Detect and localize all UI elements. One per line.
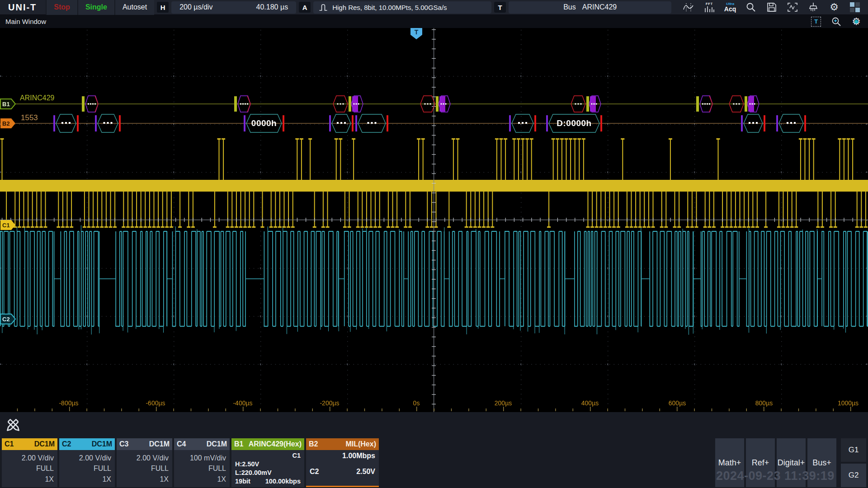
time-axis-label: -800µs (59, 399, 78, 407)
channel-card-c4[interactable]: C4 DC1M 100 mV/div FULL 1X (174, 438, 230, 487)
top-toolbar: UNI-T Stop Single Autoset H 200 µs/div 4… (0, 0, 868, 15)
bus-rate: 1.00Mbps (310, 452, 375, 460)
autoset-button[interactable]: Autoset (114, 0, 154, 15)
time-axis-label: 200µs (495, 399, 512, 407)
bus-source: C1 (235, 452, 301, 459)
toolbar-icon-strip: FFT Ultra Acq (678, 0, 868, 15)
time-axis-label: -600µs (146, 399, 165, 407)
trigger-type-label: Bus (563, 3, 576, 11)
ultra-acquire-icon[interactable]: Ultra Acq (720, 0, 741, 15)
run-stop-button[interactable]: Stop (46, 0, 77, 15)
bus1-protocol-label: ARINC429 (20, 94, 54, 102)
channel-id: C2 (62, 440, 71, 448)
coupling: DC1M (207, 440, 227, 448)
horizontal-settings-panel[interactable]: 200 µs/div 40.180 µs (171, 1, 296, 14)
tools-crossed-pencils-icon[interactable] (5, 417, 22, 434)
bandwidth: FULL (5, 465, 54, 473)
brand-logo: UNI-T (0, 2, 46, 13)
channel-id: C3 (119, 440, 128, 448)
bus-protocol: ARINC429(Hex) (249, 440, 302, 448)
window-title-bar: Main Window T ⚙ (0, 15, 868, 28)
measure-icon[interactable] (678, 0, 699, 15)
bus-rate: 100.00kbps (265, 478, 301, 485)
bus1-tag[interactable]: B1 (0, 99, 16, 109)
pulse-icon (319, 4, 328, 11)
bandwidth: FULL (63, 465, 111, 473)
window-tools: T ⚙ (811, 16, 868, 27)
channel-id: C4 (177, 440, 186, 448)
bus-add-button[interactable]: Bus+ (807, 438, 836, 487)
channel2-tag[interactable]: C2 (0, 314, 16, 324)
coupling: DC1M (34, 440, 55, 448)
bus-card-b1[interactable]: B1 ARINC429(Hex) C1 H:2.50V L:220.00mV 1… (231, 438, 304, 487)
fft-icon[interactable]: FFT (699, 0, 720, 15)
oscilloscope-screen: UNI-T Stop Single Autoset H 200 µs/div 4… (0, 0, 868, 488)
cleanup-brush-icon[interactable] (803, 0, 824, 15)
probe: 1X (120, 475, 169, 483)
channel1-tag[interactable]: C1 (0, 220, 16, 230)
svg-text:B1: B1 (2, 101, 10, 108)
bus-card-b2[interactable]: B2 MIL(Hex) 1.00Mbps C2 2.50V (306, 438, 379, 487)
bus2-decoded-value: D:0000h (557, 118, 591, 128)
waveform-canvas[interactable] (0, 28, 868, 412)
bus-id: B1 (234, 440, 243, 448)
bus-low-threshold: L:220.00mV (235, 469, 301, 476)
settings-gear-icon[interactable]: ⚙ (824, 0, 844, 15)
svg-text:B2: B2 (2, 120, 10, 127)
time-axis-label: 0s (413, 399, 420, 407)
scale: 2.00 V/div (63, 454, 111, 462)
group-buttons: G1 G2 (841, 438, 866, 487)
bus2-tag[interactable]: B2 (0, 118, 16, 129)
scale: 100 mV/div (178, 454, 226, 462)
single-button[interactable]: Single (77, 0, 114, 15)
bus-id: B2 (309, 440, 318, 448)
bus2-decoded-value: 0000h (251, 118, 277, 128)
bandwidth: FULL (120, 465, 169, 473)
svg-text:C1: C1 (2, 222, 10, 229)
math-add-button[interactable]: Math+ (715, 438, 744, 487)
bus-high-threshold: H:2.50V (235, 460, 301, 468)
group2-button[interactable]: G2 (841, 464, 866, 487)
acquire-menu-button[interactable]: A (299, 2, 311, 13)
channel-id: C1 (5, 440, 14, 448)
probe: 1X (178, 475, 226, 483)
channel-cards: C1 DC1M 2.00 V/div FULL 1X C2 DC1M 2.00 … (2, 438, 379, 487)
waveform-display: T B1 B2 C1 C2 ARINC429 1553 0000hD:0000h… (0, 28, 868, 412)
search-icon[interactable] (741, 0, 761, 15)
group1-button[interactable]: G1 (841, 438, 866, 462)
horizontal-menu-button[interactable]: H (157, 2, 169, 13)
channel-card-c1[interactable]: C1 DC1M 2.00 V/div FULL 1X (2, 438, 57, 487)
channel-card-c3[interactable]: C3 DC1M 2.00 V/div FULL 1X (117, 438, 172, 487)
text-annotation-icon[interactable]: T (811, 17, 821, 27)
bandwidth: FULL (178, 465, 226, 473)
time-axis-label: 400µs (581, 399, 599, 407)
trigger-menu-button[interactable]: T (494, 2, 506, 13)
probe: 1X (5, 475, 54, 483)
trigger-settings-panel[interactable]: Bus ARINC429 (509, 1, 671, 14)
acquire-info: High Res, 8bit, 10.00MPts, 5.00GSa/s (332, 4, 447, 11)
channel-card-c2[interactable]: C2 DC1M 2.00 V/div FULL 1X (59, 438, 115, 487)
digital-add-button[interactable]: Digital+ (777, 438, 806, 487)
timebase-delay: 40.180 µs (256, 3, 288, 11)
probe: 1X (63, 475, 111, 483)
bus-bits: 19bit (235, 478, 250, 485)
bus-protocol: MIL(Hex) (345, 440, 376, 448)
time-axis-label: -400µs (233, 399, 252, 407)
coupling: DC1M (92, 440, 112, 448)
add-menu-buttons: Math+ Ref+ Digital+ Bus+ (715, 438, 836, 487)
ref-add-button[interactable]: Ref+ (746, 438, 775, 487)
save-icon[interactable] (761, 0, 782, 15)
window-layout-icon[interactable] (844, 0, 865, 15)
zoom-in-icon[interactable] (831, 16, 842, 27)
time-axis-label: 1000µs (838, 399, 859, 407)
time-axis-label: 600µs (669, 399, 686, 407)
bottom-status-bar: C1 DC1M 2.00 V/div FULL 1X C2 DC1M 2.00 … (0, 412, 868, 488)
bus-source: C2 (310, 468, 319, 476)
acquire-settings-panel[interactable]: High Res, 8bit, 10.00MPts, 5.00GSa/s (313, 1, 491, 14)
screenshot-icon[interactable] (782, 0, 803, 15)
trigger-source-label: ARINC429 (582, 3, 617, 11)
timebase-scale: 200 µs/div (179, 3, 212, 11)
time-axis-label: -200µs (320, 399, 339, 407)
display-settings-gear-icon[interactable]: ⚙ (852, 17, 861, 27)
bus2-protocol-label: 1553 (21, 113, 38, 122)
